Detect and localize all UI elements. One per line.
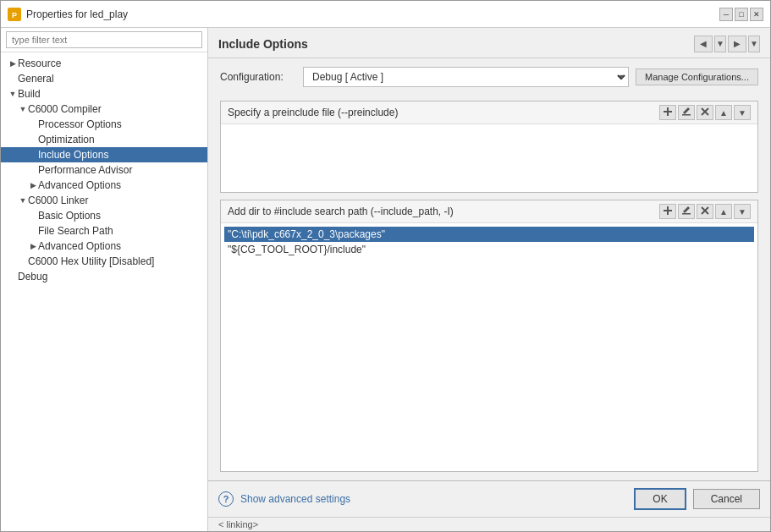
arrow-c6000-hex-utility — [18, 257, 28, 266]
sidebar-label-include-options: Include Options — [38, 149, 108, 161]
arrow-optimization — [28, 135, 38, 144]
sidebar-label-performance-advisor: Performance Advisor — [38, 164, 132, 176]
list-item[interactable]: "C:\ti\pdk_c667x_2_0_3\packages" — [224, 227, 754, 242]
svg-rect-4 — [682, 114, 691, 116]
include-label: Add dir to #include search path (--inclu… — [228, 206, 659, 217]
list-item[interactable]: "${CG_TOOL_ROOT}/include" — [224, 242, 754, 257]
sidebar-item-c6000-linker[interactable]: ▼ C6000 Linker — [1, 193, 207, 208]
right-main: Include Options ◀ ▼ ▶ ▼ — [208, 28, 770, 531]
config-row: Configuration: Debug [ Active ] ▼ Manage… — [220, 67, 758, 87]
preinclude-down-icon: ▼ — [738, 108, 746, 118]
preinclude-add-button[interactable] — [659, 105, 676, 120]
preinclude-down-button[interactable]: ▼ — [734, 105, 751, 120]
svg-marker-5 — [683, 107, 690, 114]
sidebar-item-include-options[interactable]: Include Options — [1, 147, 207, 162]
sidebar-label-c6000-compiler: C6000 Compiler — [28, 103, 102, 115]
sidebar-item-advanced-options-linker[interactable]: ▶ Advanced Options — [1, 239, 207, 254]
status-bar: < linking> — [208, 517, 770, 531]
sidebar-label-build: Build — [18, 88, 41, 100]
filter-wrap — [1, 28, 207, 52]
cancel-button[interactable]: Cancel — [693, 489, 760, 509]
sidebar-label-resource: Resource — [18, 58, 61, 69]
nav-forward-button[interactable]: ▶ — [728, 36, 746, 52]
status-text: < linking> — [218, 519, 258, 529]
arrow-basic-options — [28, 211, 38, 220]
preinclude-edit-icon — [681, 107, 691, 118]
minimize-button[interactable]: ─ — [719, 8, 733, 21]
ok-button[interactable]: OK — [634, 488, 686, 510]
sidebar-label-c6000-hex-utility: C6000 Hex Utility [Disabled] — [28, 255, 154, 267]
preinclude-section-actions: ▲ ▼ — [659, 105, 751, 120]
maximize-button[interactable]: □ — [735, 8, 748, 21]
include-delete-button[interactable] — [697, 204, 713, 219]
sidebar-item-processor-options[interactable]: Processor Options — [1, 117, 207, 132]
arrow-c6000-linker: ▼ — [18, 196, 28, 205]
arrow-advanced-options-compiler: ▶ — [28, 181, 38, 189]
nav-buttons: ◀ ▼ ▶ ▼ — [694, 36, 760, 52]
sidebar-item-advanced-options-compiler[interactable]: ▶ Advanced Options — [1, 178, 207, 193]
nav-back-button[interactable]: ◀ — [694, 36, 713, 52]
config-select[interactable]: Debug [ Active ] — [303, 67, 629, 87]
preinclude-up-button[interactable]: ▲ — [715, 105, 732, 120]
nav-back-dropdown-icon: ▼ — [716, 39, 724, 48]
sidebar-label-processor-options: Processor Options — [38, 118, 122, 130]
include-up-button[interactable]: ▲ — [715, 204, 732, 219]
include-edit-icon — [681, 206, 691, 217]
preinclude-delete-icon — [700, 107, 710, 118]
include-add-button[interactable] — [659, 204, 676, 219]
sidebar-label-general: General — [18, 73, 54, 85]
sidebar-item-performance-advisor[interactable]: Performance Advisor — [1, 162, 207, 178]
right-header: Include Options ◀ ▼ ▶ ▼ — [208, 28, 770, 58]
content-area: ▶ Resource General ▼ Build ▼ C6000 Compi… — [1, 28, 770, 531]
show-advanced-link[interactable]: Show advanced settings — [240, 493, 350, 505]
sidebar-label-optimization: Optimization — [38, 134, 95, 145]
dialog-properties: P Properties for led_play ─ □ ✕ ▶ Resour… — [0, 0, 771, 532]
arrow-c6000-compiler: ▼ — [18, 105, 28, 113]
right-content: Configuration: Debug [ Active ] ▼ Manage… — [208, 58, 770, 480]
svg-rect-10 — [682, 213, 691, 215]
include-section: Add dir to #include search path (--inclu… — [220, 200, 758, 472]
sidebar-item-optimization[interactable]: Optimization — [1, 132, 207, 147]
sidebar-label-c6000-linker: C6000 Linker — [28, 195, 88, 206]
sidebar-item-build[interactable]: ▼ Build — [1, 86, 207, 101]
filter-input[interactable] — [6, 31, 202, 48]
nav-forward-icon: ▶ — [734, 39, 741, 48]
include-add-icon — [663, 206, 673, 217]
preinclude-section-header: Specify a preinclude file (--preinclude) — [221, 101, 757, 124]
sidebar-item-general[interactable]: General — [1, 71, 207, 86]
preinclude-delete-button[interactable] — [697, 105, 713, 120]
sidebar-item-file-search-path[interactable]: File Search Path — [1, 223, 207, 239]
sidebar-item-basic-options[interactable]: Basic Options — [1, 208, 207, 223]
include-list: "C:\ti\pdk_c667x_2_0_3\packages" "${CG_T… — [224, 227, 754, 257]
close-button[interactable]: ✕ — [750, 8, 763, 21]
nav-forward-dropdown[interactable]: ▼ — [748, 36, 760, 52]
include-edit-button[interactable] — [678, 204, 695, 219]
include-down-icon: ▼ — [738, 207, 746, 217]
sidebar-label-advanced-options-linker: Advanced Options — [38, 240, 121, 252]
left-panel: ▶ Resource General ▼ Build ▼ C6000 Compi… — [1, 28, 208, 531]
include-content: "C:\ti\pdk_c667x_2_0_3\packages" "${CG_T… — [221, 223, 757, 471]
preinclude-edit-button[interactable] — [678, 105, 695, 120]
window-controls: ─ □ ✕ — [719, 8, 763, 21]
dialog-icon: P — [8, 8, 21, 21]
svg-text:P: P — [12, 11, 17, 19]
svg-rect-3 — [667, 107, 669, 116]
include-delete-icon — [700, 206, 710, 217]
include-down-button[interactable]: ▼ — [734, 204, 751, 219]
include-section-header: Add dir to #include search path (--inclu… — [221, 200, 757, 223]
help-icon[interactable]: ? — [218, 491, 234, 507]
preinclude-section: Specify a preinclude file (--preinclude) — [220, 101, 758, 193]
sidebar-item-c6000-compiler[interactable]: ▼ C6000 Compiler — [1, 101, 207, 117]
titlebar: P Properties for led_play ─ □ ✕ — [1, 1, 770, 28]
dialog-title: Properties for led_play — [26, 8, 719, 20]
manage-configurations-button[interactable]: Manage Configurations... — [636, 69, 758, 85]
nav-back-dropdown[interactable]: ▼ — [714, 36, 726, 52]
preinclude-label: Specify a preinclude file (--preinclude) — [228, 107, 659, 118]
arrow-debug — [8, 272, 18, 281]
sidebar-item-resource[interactable]: ▶ Resource — [1, 56, 207, 71]
arrow-general — [8, 74, 18, 83]
include-up-icon: ▲ — [719, 207, 728, 217]
preinclude-add-icon — [663, 107, 673, 118]
sidebar-item-debug[interactable]: Debug — [1, 269, 207, 284]
sidebar-item-c6000-hex-utility[interactable]: C6000 Hex Utility [Disabled] — [1, 254, 207, 269]
